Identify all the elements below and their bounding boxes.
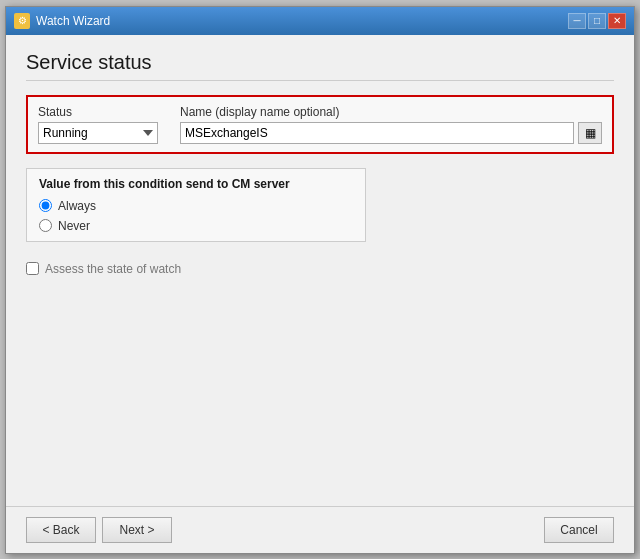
- status-label: Status: [38, 105, 168, 119]
- radio-never-input[interactable]: [39, 219, 52, 232]
- name-label: Name (display name optional): [180, 105, 602, 119]
- field-row: Status Running Stopped Paused Name (disp…: [38, 105, 602, 144]
- assess-row: Assess the state of watch: [26, 262, 614, 276]
- radio-never[interactable]: Never: [39, 219, 353, 233]
- name-input-row: ▦: [180, 122, 602, 144]
- next-button[interactable]: Next >: [102, 517, 172, 543]
- window-content: Service status Status Running Stopped Pa…: [6, 35, 634, 506]
- cancel-button[interactable]: Cancel: [544, 517, 614, 543]
- status-field-group: Status Running Stopped Paused: [38, 105, 168, 144]
- window-title: Watch Wizard: [36, 14, 110, 28]
- status-dropdown[interactable]: Running Stopped Paused: [38, 122, 158, 144]
- radio-group: Always Never: [39, 199, 353, 233]
- radio-never-label: Never: [58, 219, 90, 233]
- radio-always-label: Always: [58, 199, 96, 213]
- name-input[interactable]: [180, 122, 574, 144]
- main-window: ⚙ Watch Wizard ─ □ ✕ Service status Stat…: [5, 6, 635, 554]
- condition-section: Value from this condition send to CM ser…: [26, 168, 366, 242]
- calendar-icon: ▦: [585, 126, 596, 140]
- service-status-section: Status Running Stopped Paused Name (disp…: [26, 95, 614, 154]
- footer-left-buttons: < Back Next >: [26, 517, 172, 543]
- assess-label: Assess the state of watch: [45, 262, 181, 276]
- name-field-group: Name (display name optional) ▦: [180, 105, 602, 144]
- app-icon: ⚙: [14, 13, 30, 29]
- close-button[interactable]: ✕: [608, 13, 626, 29]
- page-title: Service status: [26, 51, 614, 81]
- back-button[interactable]: < Back: [26, 517, 96, 543]
- maximize-button[interactable]: □: [588, 13, 606, 29]
- calendar-button[interactable]: ▦: [578, 122, 602, 144]
- footer: < Back Next > Cancel: [6, 506, 634, 553]
- title-bar-left: ⚙ Watch Wizard: [14, 13, 110, 29]
- radio-always-input[interactable]: [39, 199, 52, 212]
- title-bar: ⚙ Watch Wizard ─ □ ✕: [6, 7, 634, 35]
- condition-title: Value from this condition send to CM ser…: [39, 177, 353, 191]
- radio-always[interactable]: Always: [39, 199, 353, 213]
- assess-checkbox[interactable]: [26, 262, 39, 275]
- window-controls: ─ □ ✕: [568, 13, 626, 29]
- minimize-button[interactable]: ─: [568, 13, 586, 29]
